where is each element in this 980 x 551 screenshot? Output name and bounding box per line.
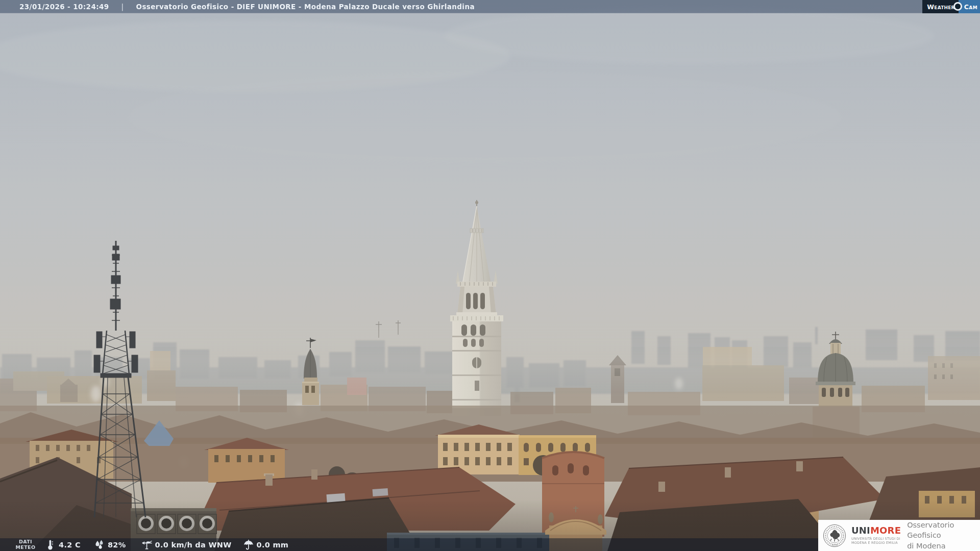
precipitation-readout: 0.0 mm [243,539,289,550]
observatory-name-line2: di Modena [907,541,980,551]
cityscape-photo [0,0,980,551]
thermometer-icon [45,539,56,550]
unimore-seal-icon: 1175 [822,523,847,548]
meteo-data-label: DATI METEO [11,539,40,550]
university-subtitle-line1: UNIVERSITÀ DEGLI STUDI DI [851,537,901,541]
humidity-drops-icon [94,539,105,550]
unimore-brand-box: 1175 UNIMORE UNIVERSITÀ DEGLI STUDI DI M… [818,520,980,551]
humidity-readout: 82% [94,539,126,550]
webcam-frame: 23/01/2026 - 10:24:49 | Osservatorio Geo… [0,0,980,551]
observatory-name-line1: Osservatorio Geofisico [907,520,980,541]
wind-readout: 0.0 km/h da WNW [141,539,232,550]
precipitation-value: 0.0 mm [257,541,289,549]
atmosphere-film [0,0,980,551]
humidity-value: 82% [108,541,126,549]
temperature-value: 4.2 C [59,541,81,549]
timestamp: 23/01/2026 - 10:24:49 [19,3,109,11]
divider: | [121,3,124,11]
seal-year: 1175 [831,543,838,546]
university-subtitle: UNIVERSITÀ DEGLI STUDI DI MODENA E REGGI… [851,537,901,545]
top-overlay-bar: 23/01/2026 - 10:24:49 | Osservatorio Geo… [0,0,980,13]
wind-vane-icon [141,539,153,550]
unimore-logotype: UNIMORE UNIVERSITÀ DEGLI STUDI DI MODENA… [851,526,901,545]
umbrella-icon [243,539,254,550]
unimore-more: MORE [870,525,901,536]
temperature-readout: 4.2 C [45,539,81,550]
wind-value: 0.0 km/h da WNW [155,541,232,549]
meteo-label-line1: DATI [11,539,40,544]
weathercam-cam-box: Cam [959,0,980,13]
university-subtitle-line2: MODENA E REGGIO EMILIA [851,541,901,545]
weathercam-cam-label: Cam [964,3,977,11]
camera-lens-icon [953,2,962,11]
unimore-uni: UNI [851,525,870,536]
weathercam-logo: Weather Cam [922,0,980,13]
observatory-name: Osservatorio Geofisico di Modena [907,520,980,551]
meteo-label-line2: METEO [11,545,40,550]
unimore-wordmark: UNIMORE [851,526,901,535]
camera-title: Osservatorio Geofisico - DIEF UNIMORE - … [136,3,475,11]
